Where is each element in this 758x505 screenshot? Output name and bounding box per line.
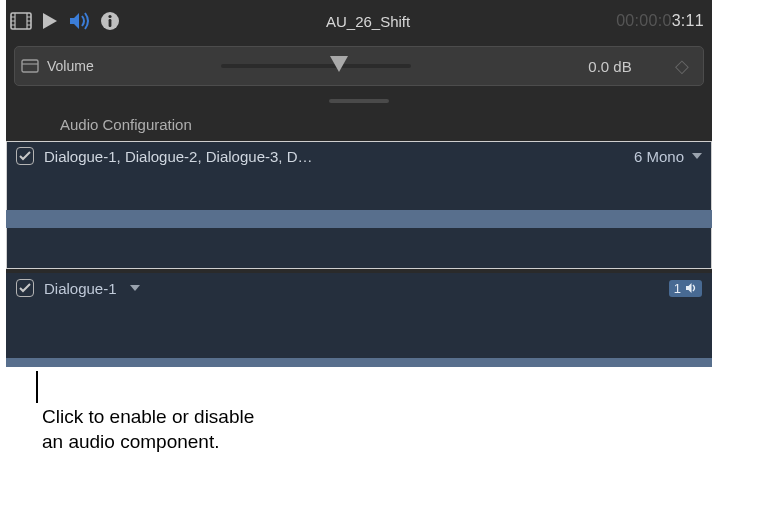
volume-slider[interactable] <box>221 64 411 68</box>
volume-slider-knob[interactable] <box>330 56 348 72</box>
timecode-prefix: 00:00:0 <box>616 12 671 29</box>
video-tab-icon[interactable] <box>10 12 32 30</box>
component-enable-checkbox[interactable] <box>16 279 34 297</box>
inspector-resize-handle[interactable] <box>6 94 712 108</box>
inspector-header: AU_26_Shift 00:00:03:11 <box>6 0 712 42</box>
callout-leader-line <box>36 371 38 403</box>
audio-component-row[interactable]: Dialogue-1, Dialogue-2, Dialogue-3, D… 6… <box>6 141 712 269</box>
callout: Click to enable or disable an audio comp… <box>6 371 712 471</box>
component-header: Dialogue-1 1 <box>6 273 712 301</box>
chevron-down-icon[interactable] <box>130 285 140 291</box>
channels-label: 6 Mono <box>634 148 684 165</box>
waveform[interactable] <box>6 169 712 269</box>
volume-row: Volume 0.0 dB ◇ <box>14 46 704 86</box>
clip-title: AU_26_Shift <box>120 13 616 30</box>
callout-line-2: an audio component. <box>42 431 219 452</box>
svg-rect-11 <box>109 19 112 27</box>
speaker-icon <box>685 283 697 293</box>
channel-badge[interactable]: 1 <box>669 280 702 297</box>
volume-label: Volume <box>47 58 94 74</box>
timecode-display: 00:00:03:11 <box>616 12 704 30</box>
volume-slider-wrap <box>221 64 545 68</box>
component-header: Dialogue-1, Dialogue-2, Dialogue-3, D… 6… <box>6 141 712 169</box>
component-channels-dropdown[interactable]: 6 Mono <box>634 148 702 165</box>
waveform[interactable] <box>6 301 712 367</box>
inspector-panel: AU_26_Shift 00:00:03:11 Volume 0.0 dB ◇ … <box>6 0 712 367</box>
audio-component-row[interactable]: Dialogue-1 1 <box>6 273 712 367</box>
volume-value[interactable]: 0.0 dB <box>545 58 675 75</box>
component-label: Dialogue-1 <box>44 280 117 297</box>
volume-parameter-dropdown[interactable]: Volume <box>21 58 221 74</box>
color-tab-icon[interactable] <box>40 11 60 31</box>
pane-icon <box>21 59 39 73</box>
audio-tab-icon[interactable] <box>68 11 92 31</box>
timecode-current: 3:11 <box>672 12 704 29</box>
info-tab-icon[interactable] <box>100 11 120 31</box>
callout-line-1: Click to enable or disable <box>42 406 254 427</box>
component-label: Dialogue-1, Dialogue-2, Dialogue-3, D… <box>44 148 312 165</box>
keyframe-diamond-icon[interactable]: ◇ <box>675 55 695 77</box>
svg-rect-12 <box>22 60 38 72</box>
callout-text: Click to enable or disable an audio comp… <box>42 405 254 454</box>
channel-number: 1 <box>674 281 681 296</box>
section-title: Audio Configuration <box>6 108 712 141</box>
component-enable-checkbox[interactable] <box>16 147 34 165</box>
header-tab-icons <box>10 11 120 31</box>
chevron-down-icon <box>692 153 702 159</box>
svg-point-10 <box>108 15 111 18</box>
